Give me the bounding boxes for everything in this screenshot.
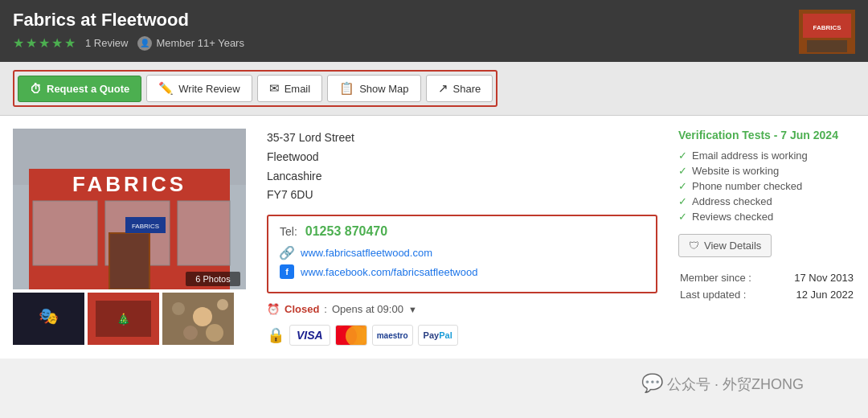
header-left: Fabrics at Fleetwood ★ ★ ★ ★ ★ 1 Review … xyxy=(13,10,244,51)
show-map-label: Show Map xyxy=(359,83,408,95)
payment-row: 🔒 VISA maestro PayPal xyxy=(267,325,657,346)
address-block: 35-37 Lord Street Fleetwood Lancashire F… xyxy=(267,129,657,205)
tel-row: Tel: 01253 870470 xyxy=(280,224,645,239)
verification-item-4: ✓ Address checked xyxy=(678,195,855,207)
paypal-payment-icon: PayPal xyxy=(418,325,458,346)
svg-point-26 xyxy=(183,326,198,340)
svg-text:6 Photos: 6 Photos xyxy=(195,274,231,284)
share-button[interactable]: ↗ Share xyxy=(426,75,493,102)
page-header: Fabrics at Fleetwood ★ ★ ★ ★ ★ 1 Review … xyxy=(0,0,868,62)
map-icon: 📋 xyxy=(339,81,354,96)
tel-label: Tel: xyxy=(280,225,297,238)
hours-row[interactable]: ⏰ Closed : Opens at 09:00 ▼ xyxy=(267,303,657,315)
svg-text:🎭: 🎭 xyxy=(39,306,59,326)
last-updated-label: Last updated : xyxy=(680,287,778,302)
star-1: ★ xyxy=(13,35,24,51)
facebook-link[interactable]: www.facebook.com/fabricsatfleetwood xyxy=(301,266,477,278)
store-facade-image: FABRICS 6 Photos FABRICS xyxy=(13,129,246,289)
write-review-button[interactable]: ✏️ Write Review xyxy=(146,75,252,102)
svg-rect-7 xyxy=(33,201,97,265)
hours-separator: : xyxy=(324,303,327,315)
check-icon-5: ✓ xyxy=(678,211,687,223)
svg-rect-3 xyxy=(807,40,847,52)
verification-item-5: ✓ Reviews checked xyxy=(678,211,855,223)
last-updated-value: 12 Jun 2022 xyxy=(780,287,854,302)
thumb3-svg xyxy=(162,293,234,345)
main-photo[interactable]: FABRICS 6 Photos FABRICS xyxy=(13,129,246,289)
header-meta: ★ ★ ★ ★ ★ 1 Review 👤 Member 11+ Years xyxy=(13,35,244,51)
verification-item-1: ✓ Email address is working xyxy=(678,150,855,162)
thumbnail-row: 🎭 🎄 xyxy=(13,293,246,345)
review-icon: ✏️ xyxy=(158,81,174,96)
header-thumbnail: FABRICS xyxy=(799,10,855,54)
view-details-button[interactable]: 🛡 View Details xyxy=(678,234,772,257)
shield-icon: 🛡 xyxy=(689,240,699,252)
website-link[interactable]: www.fabricsatfleetwood.com xyxy=(301,247,432,259)
svg-point-27 xyxy=(206,324,223,342)
last-updated-row: Last updated : 12 Jun 2022 xyxy=(680,287,854,302)
action-bar-group: ⏱ Request a Quote ✏️ Write Review ✉ Emai… xyxy=(13,70,497,107)
tel-number[interactable]: 01253 870470 xyxy=(305,224,387,239)
verification-check-5: Reviews checked xyxy=(692,211,773,223)
quote-icon: ⏱ xyxy=(30,82,42,96)
svg-text:FABRICS: FABRICS xyxy=(132,223,159,230)
svg-point-25 xyxy=(217,299,228,310)
visa-payment-icon: VISA xyxy=(289,325,330,346)
view-details-label: View Details xyxy=(704,240,761,252)
thumbnail-1[interactable]: 🎭 xyxy=(13,293,84,345)
verification-item-2: ✓ Website is working xyxy=(678,165,855,177)
review-count: 1 Review xyxy=(85,37,128,49)
member-since-value: 17 Nov 2013 xyxy=(780,270,854,285)
star-4: ★ xyxy=(51,35,63,51)
verification-check-4: Address checked xyxy=(692,195,772,207)
clock-icon: ⏰ xyxy=(267,303,280,315)
check-icon-1: ✓ xyxy=(678,150,687,162)
hours-time: Opens at 09:00 xyxy=(332,303,403,315)
store-svg: FABRICS 6 Photos FABRICS xyxy=(13,129,246,289)
main-content: FABRICS 6 Photos FABRICS 🎭 xyxy=(0,116,868,359)
check-icon-4: ✓ xyxy=(678,195,687,207)
request-quote-button[interactable]: ⏱ Request a Quote xyxy=(18,76,141,102)
secure-payment-icon: 🔒 xyxy=(267,326,285,344)
member-badge: 👤 Member 11+ Years xyxy=(137,36,244,51)
verification-check-3: Phone number checked xyxy=(692,180,802,192)
share-icon: ↗ xyxy=(438,81,448,96)
verification-check-2: Website is working xyxy=(692,165,779,177)
details-section: 35-37 Lord Street Fleetwood Lancashire F… xyxy=(259,129,665,346)
member-label: Member 11+ Years xyxy=(156,37,244,49)
star-3: ★ xyxy=(39,35,50,51)
check-icon-2: ✓ xyxy=(678,165,687,177)
member-since-label: Member since : xyxy=(680,270,778,285)
meta-table: Member since : 17 Nov 2013 Last updated … xyxy=(678,268,855,304)
mastercard-payment-icon xyxy=(335,325,367,346)
svg-point-23 xyxy=(172,302,185,315)
svg-rect-9 xyxy=(178,201,230,265)
verification-section: Verification Tests - 7 Jun 2024 ✓ Email … xyxy=(678,129,855,346)
star-2: ★ xyxy=(26,35,37,51)
contact-box: Tel: 01253 870470 🔗 www.fabricsatfleetwo… xyxy=(267,215,657,293)
email-icon: ✉ xyxy=(269,81,280,96)
photo-section: FABRICS 6 Photos FABRICS 🎭 xyxy=(13,129,246,346)
store-thumb-svg: FABRICS xyxy=(799,10,855,54)
check-icon-3: ✓ xyxy=(678,180,687,192)
star-5: ★ xyxy=(64,35,76,51)
member-icon: 👤 xyxy=(137,36,152,51)
svg-point-24 xyxy=(193,307,212,326)
address-line2: Fleetwood xyxy=(267,148,657,167)
email-button[interactable]: ✉ Email xyxy=(257,75,323,102)
business-title: Fabrics at Fleetwood xyxy=(13,10,244,31)
link-icon: 🔗 xyxy=(280,245,294,260)
verification-check-1: Email address is working xyxy=(692,150,808,162)
share-label: Share xyxy=(453,83,481,95)
facebook-row: f www.facebook.com/fabricsatfleetwood xyxy=(280,264,645,279)
thumb2-svg: 🎄 xyxy=(88,293,159,345)
verification-item-3: ✓ Phone number checked xyxy=(678,180,855,192)
svg-rect-10 xyxy=(109,233,149,289)
thumbnail-3[interactable] xyxy=(162,293,234,345)
thumb1-svg: 🎭 xyxy=(13,293,84,345)
write-review-label: Write Review xyxy=(178,83,240,95)
thumbnail-2[interactable]: 🎄 xyxy=(88,293,159,345)
website-row: 🔗 www.fabricsatfleetwood.com xyxy=(280,245,645,260)
verification-header: Verification Tests - 7 Jun 2024 xyxy=(678,129,855,141)
show-map-button[interactable]: 📋 Show Map xyxy=(327,75,420,102)
